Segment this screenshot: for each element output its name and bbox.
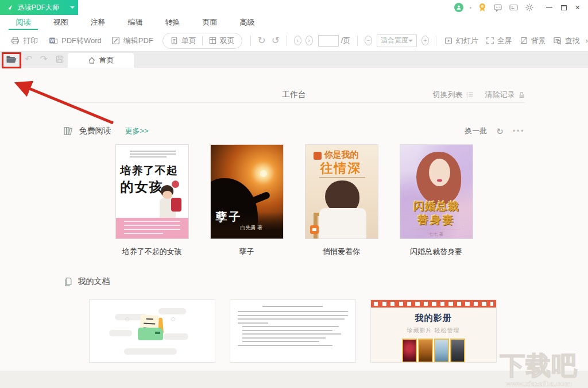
more-options-dots-icon[interactable]: ••• [513,127,525,135]
next-page-button[interactable]: › [305,36,313,45]
cover-title-line: 你是我的 [305,149,378,160]
cover-title-line: 孽子 [216,209,242,225]
book-item[interactable]: 培养了不起 的女孩 培养了不起的女孩 [115,144,189,257]
card-icon[interactable] [509,3,519,12]
document-icon [63,276,73,287]
redo-icon[interactable]: ↷ [40,55,47,64]
background-icon [520,36,528,45]
documents-row: 我的影册 珍藏影片 轻松管理 [63,299,525,363]
bottom-strip [0,371,588,388]
caret-down-icon [408,40,413,42]
single-page-button[interactable]: 单页 [170,36,196,46]
book-item[interactable]: 你是我的 往情深 悄悄爱着你 [305,144,378,257]
toolbar-divider [287,36,287,46]
page-unit-label: /页 [341,36,351,46]
tab-view[interactable]: 视图 [42,15,79,30]
switch-list-button[interactable]: 切换列表 [433,90,474,100]
background-button[interactable]: 背景 [520,36,546,46]
clear-history-icon [518,91,525,99]
annotation-highlight-rect [2,52,21,68]
tab-advanced[interactable]: 高级 [229,15,266,30]
fullscreen-button[interactable]: 全屏 [486,36,512,46]
print-icon [10,36,20,45]
save-icon[interactable] [55,55,64,64]
switch-list-label: 切换列表 [433,90,463,100]
find-button[interactable]: 查找 [553,36,580,46]
cover-title-line: 替身妻 [400,213,473,228]
cover-author: 七七 著 [400,231,473,237]
section-divider [63,102,525,103]
swap-batch-button[interactable]: 换一批 [465,126,487,136]
app-menu-caret-icon[interactable] [70,6,75,9]
book-item[interactable]: 孽子 白先勇 著 孽子 [210,144,284,257]
book-cover-sunset: 孽子 白先勇 著 [210,144,284,239]
bookshelf-icon [63,126,74,136]
print-button[interactable]: 打印 [10,36,38,46]
zoom-mode-select[interactable]: 适合宽度 [377,34,417,47]
zoom-out-button[interactable]: − [365,36,372,45]
edit-pdf-icon [111,36,121,45]
user-avatar-icon[interactable] [454,3,463,12]
book-item[interactable]: 闪婚总裁 替身妻 七七 著 闪婚总裁替身妻 [400,144,473,257]
double-page-label: 双页 [220,36,235,46]
find-label: 查找 [565,36,580,46]
toolbar-divider [357,36,358,46]
document-card-album[interactable]: 我的影册 珍藏影片 轻松管理 [370,299,497,363]
print-label: 打印 [23,36,38,46]
double-page-button[interactable]: 双页 [208,36,235,46]
background-label: 背景 [531,36,546,46]
toolbar-overflow-chevron-icon[interactable]: › [586,36,588,45]
toolbar-divider [250,36,251,46]
fullscreen-label: 全屏 [497,36,512,46]
slideshow-icon [444,36,453,45]
book-caption: 悄悄爱着你 [323,247,360,257]
pill-divider [202,36,203,45]
settings-gear-icon[interactable] [525,3,534,12]
rotate-ccw-button[interactable]: ↺ [272,36,280,45]
clear-history-label: 清除记录 [485,90,515,100]
album-title: 我的影册 [371,313,496,324]
window-controls: × [546,3,580,11]
minimize-icon[interactable] [546,7,552,8]
album-subtitle: 珍藏影片 轻松管理 [371,326,496,335]
book-cover-ceo: 闪婚总裁 替身妻 七七 著 [400,144,473,239]
prev-page-button[interactable]: ‹ [294,36,301,45]
maximize-icon[interactable] [561,5,567,10]
edit-pdf-button[interactable]: 编辑PDF [111,36,153,46]
home-icon [88,56,96,64]
app-brand[interactable]: 迅读PDF大师 [0,0,78,15]
page-number-input[interactable] [318,35,339,47]
cover-title-line: 往情深 [320,160,362,177]
undo-icon[interactable]: ↶ [25,55,32,64]
single-page-icon [170,36,179,45]
more-link[interactable]: 更多>> [125,126,149,136]
close-icon[interactable]: × [575,3,580,11]
tab-convert[interactable]: 转换 [154,15,191,30]
clear-history-button[interactable]: 清除记录 [485,90,525,100]
workbench-page: 工作台 切换列表 清除记录 [0,68,588,388]
free-reading-header: 免费阅读 更多>> 换一批 ↻ ••• [63,125,525,137]
vip-medal-icon[interactable] [478,3,487,12]
pdf-to-word-button[interactable]: W PDF转Word [48,36,102,46]
cover-title-line: 闪婚总裁 [400,199,473,214]
app-title: 迅读PDF大师 [18,3,59,13]
document-card-empty[interactable] [89,299,215,363]
document-card-text[interactable] [230,299,356,363]
slideshow-button[interactable]: 幻灯片 [444,36,478,46]
tab-annotate[interactable]: 注释 [79,15,117,30]
tab-read[interactable]: 阅读 [5,15,42,30]
message-icon[interactable] [493,3,502,12]
separator-dot [470,7,471,9]
page-layout-group: 单页 双页 [163,33,242,49]
refresh-icon[interactable]: ↻ [496,127,504,136]
document-tabstrip: ↶ ↷ 首页 [0,52,588,68]
toolbar-divider [436,36,436,46]
pdf-to-word-label: PDF转Word [61,36,102,46]
rotate-cw-button[interactable]: ↻ [258,36,266,45]
book-caption: 培养了不起的女孩 [122,247,182,257]
tab-edit[interactable]: 编辑 [117,15,154,30]
tab-page[interactable]: 页面 [191,15,229,30]
zoom-in-button[interactable]: + [421,36,429,45]
home-tab[interactable]: 首页 [68,53,134,68]
single-page-label: 单页 [181,36,196,46]
